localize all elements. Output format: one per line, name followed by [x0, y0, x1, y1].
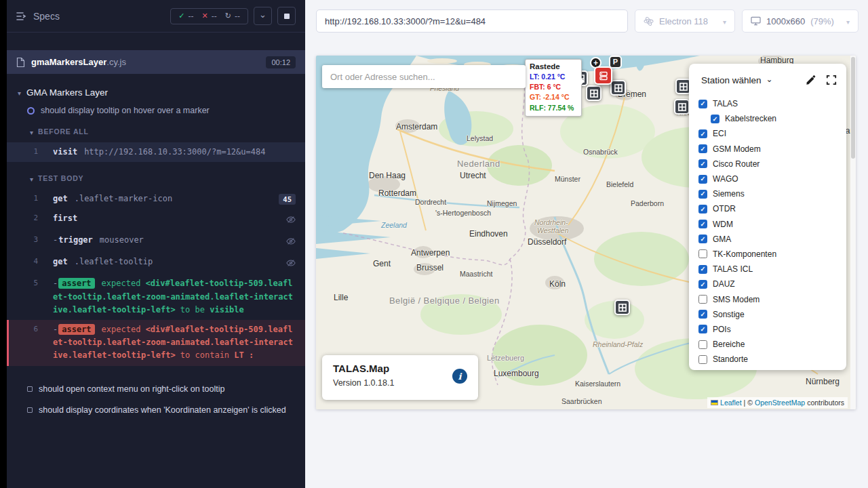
browser-name: Electron 118	[659, 16, 708, 26]
pin-p-marker[interactable]: P	[609, 56, 622, 68]
command-content: -triggermouseover	[53, 234, 281, 247]
checkbox[interactable]	[711, 115, 719, 123]
info-icon[interactable]: i	[452, 369, 467, 384]
checkbox[interactable]	[698, 310, 707, 319]
talas-marker[interactable]	[586, 85, 601, 101]
station-item[interactable]: Cisco Router	[698, 157, 837, 171]
checkbox[interactable]	[698, 235, 707, 243]
leaflet-link[interactable]: Leaflet	[720, 399, 742, 407]
checkbox[interactable]	[698, 175, 707, 184]
test-body-header[interactable]: TEST BODY	[7, 172, 305, 184]
station-item[interactable]: Bereiche	[698, 337, 837, 352]
station-item[interactable]: Standorte	[698, 352, 837, 367]
spec-header[interactable]: gmaMarkersLayer.cy.js 00:12	[7, 50, 305, 74]
suite-title: GMA Markers Layer	[26, 87, 108, 98]
command-row[interactable]: 4get.leaflet-tooltip	[7, 252, 305, 274]
test-item-pending[interactable]: should open context menu on right-click …	[7, 384, 305, 394]
station-item[interactable]: WDM	[698, 217, 837, 232]
talas-marker[interactable]	[674, 99, 690, 115]
station-item[interactable]: GMA	[698, 232, 837, 247]
talas-marker[interactable]	[610, 80, 626, 96]
app-scrollbar[interactable]	[850, 56, 856, 409]
tooltip-title: Rastede	[530, 62, 577, 70]
command-content: get.leaflet-tooltip	[53, 256, 281, 268]
station-item[interactable]: Siemens	[698, 186, 837, 201]
viewport-selector[interactable]: 1000x660 (79%)	[742, 9, 859, 33]
chevron-down-icon	[723, 16, 726, 26]
station-item[interactable]: Sonstige	[698, 307, 837, 322]
station-item[interactable]: OTDR	[698, 201, 837, 216]
stop-run-button[interactable]	[277, 7, 296, 25]
marker-tooltip[interactable]: Rastede LT: 0.21 °CFBT: 6 °CGT: -2.14 °C…	[525, 59, 582, 117]
checkbox[interactable]	[698, 265, 707, 274]
station-item[interactable]: WAGO	[698, 171, 837, 186]
matched-elements-badge: 45	[279, 194, 296, 205]
command-row[interactable]: 1get.leaflet-marker-icon45	[7, 189, 305, 209]
station-item-label: WDM	[713, 220, 733, 229]
command-content: first	[53, 212, 281, 225]
command-method: first	[53, 214, 77, 223]
test-item-pending[interactable]: should display coordinates when 'Koordin…	[7, 405, 305, 415]
station-item[interactable]: ECI	[698, 126, 837, 141]
command-row[interactable]: 5-assertexpected <div#leaflet-tooltip-50…	[7, 274, 305, 320]
command-number: 6	[9, 323, 38, 336]
station-item[interactable]: SMS Modem	[698, 291, 837, 306]
chevron-down-icon[interactable]	[766, 74, 773, 86]
command-row[interactable]: 1visithttp://192.168.10.33:3000/?m=12&u=…	[7, 142, 305, 162]
openstreetmap-link[interactable]: OpenStreetMap	[755, 399, 805, 407]
checkbox[interactable]	[698, 340, 707, 349]
before-all-header[interactable]: BEFORE ALL	[7, 125, 305, 138]
checkbox[interactable]	[698, 144, 707, 153]
command-message: .leaflet-marker-icon	[75, 194, 173, 203]
talas-marker[interactable]	[614, 300, 630, 315]
station-item-label: Kabelstrecken	[725, 114, 776, 123]
checkbox[interactable]	[698, 129, 707, 138]
station-item-label: WAGO	[713, 174, 738, 184]
url-input[interactable]	[316, 9, 628, 33]
command-number: 1	[7, 192, 38, 205]
station-item[interactable]: DAUZ	[698, 277, 837, 291]
command-row[interactable]: 2first	[7, 209, 305, 230]
checkbox[interactable]	[698, 190, 707, 199]
suite-header[interactable]: GMA Markers Layer	[7, 86, 305, 98]
checkbox[interactable]	[698, 249, 707, 258]
station-item-label: Bereiche	[713, 340, 745, 349]
station-item[interactable]: GSM Modem	[698, 142, 837, 157]
map-search-input[interactable]	[322, 65, 526, 88]
pending-test-icon	[27, 407, 33, 413]
checkbox[interactable]	[698, 280, 707, 289]
specs-menu-icon[interactable]	[16, 12, 27, 21]
station-item[interactable]: TK-Komponenten	[698, 247, 837, 262]
command-content: -assertexpected <div#leaflet-tooltip-509…	[53, 277, 296, 317]
ukraine-flag-icon	[711, 400, 718, 405]
command-row[interactable]: 3-triggermouseover	[7, 230, 305, 252]
checkbox[interactable]	[698, 159, 707, 168]
app-title: TALAS.Map	[333, 363, 467, 374]
checkbox[interactable]	[698, 100, 707, 108]
edit-icon[interactable]	[806, 75, 816, 85]
station-item-label: GSM Modem	[713, 144, 761, 154]
checkbox[interactable]	[698, 295, 707, 304]
child-command-dash: -	[53, 279, 58, 288]
collapse-panel-button[interactable]	[254, 7, 272, 25]
red-device-marker[interactable]	[594, 66, 612, 85]
map-viewport[interactable]: HamburgBremenGroningenFrieslandNiedersac…	[316, 56, 856, 409]
command-row[interactable]: 6-assertexpected <div#leaflet-tooltip-50…	[7, 320, 305, 366]
viewport-icon	[751, 16, 761, 26]
checkbox[interactable]	[698, 205, 707, 214]
checkbox[interactable]	[698, 325, 707, 333]
station-item[interactable]: TALAS ICL	[698, 262, 837, 277]
checkbox[interactable]	[698, 220, 707, 228]
fullscreen-icon[interactable]	[826, 75, 837, 85]
test-item-running[interactable]: should display tooltip on hover over a m…	[7, 106, 305, 115]
checkbox[interactable]	[698, 355, 707, 364]
chevron-down-icon	[18, 86, 21, 98]
scrollbar-thumb[interactable]	[851, 57, 855, 159]
station-item[interactable]: Kabelstrecken	[711, 111, 837, 126]
station-item[interactable]: POIs	[698, 322, 837, 337]
station-dropdown[interactable]: Station wählen	[701, 75, 762, 85]
station-item-label: TK-Komponenten	[713, 249, 776, 259]
station-item[interactable]: TALAS	[698, 96, 837, 111]
command-number: 2	[7, 212, 38, 224]
browser-selector[interactable]: Electron 118	[635, 9, 735, 33]
